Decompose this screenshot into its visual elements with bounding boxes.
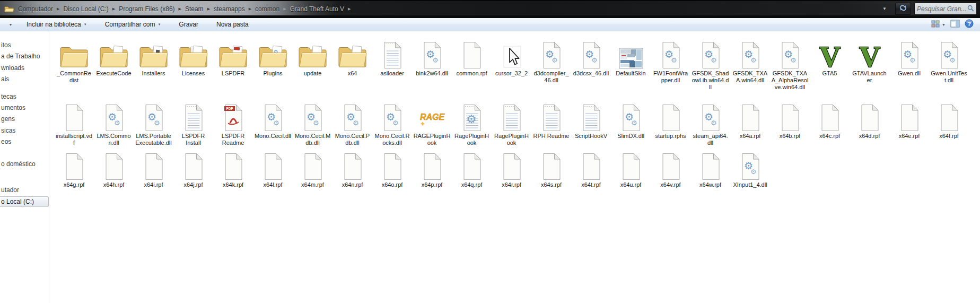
toolbar-button-compartilhar-com[interactable]: Compartilhar com▼ <box>100 19 167 30</box>
file-item[interactable]: ⚙⚙bink2w64.dll <box>412 38 452 91</box>
sidebar-item[interactable]: eos <box>0 136 49 147</box>
file-item[interactable]: x64a.rpf <box>730 101 770 146</box>
file-item[interactable]: ⚙⚙steam_api64.dll <box>690 101 730 146</box>
toolbar-overflow-caret[interactable]: ▼ <box>0 23 21 27</box>
sidebar-item[interactable]: ais <box>0 74 49 84</box>
file-item[interactable]: ⚙⚙d3dcsx_46.dll <box>571 38 611 91</box>
pane-divider[interactable] <box>49 31 49 303</box>
magnifier-icon[interactable] <box>967 4 974 14</box>
file-item[interactable]: _CommonRedist <box>54 38 94 91</box>
file-item[interactable]: ⚙RagePluginHook <box>452 101 492 146</box>
file-item[interactable]: ⚙⚙Mono.Cecil.Mdb.dll <box>293 101 332 146</box>
file-item[interactable]: RAGERAGEPluginHook <box>412 101 452 146</box>
file-item[interactable]: x64b.rpf <box>770 101 810 146</box>
file-item[interactable]: x64l.rpf <box>253 150 293 188</box>
file-item[interactable]: x64h.rpf <box>94 150 134 188</box>
file-item[interactable]: x64w.rpf <box>690 150 730 188</box>
file-item[interactable]: asiloader <box>372 38 412 91</box>
file-item[interactable]: x64r.rpf <box>492 150 531 188</box>
sidebar-item[interactable]: wnloads <box>0 63 49 73</box>
toolbar-button-nova-pasta[interactable]: Nova pasta <box>211 19 254 30</box>
file-item[interactable]: PDFLSPDFR Readme <box>213 101 253 146</box>
file-item[interactable]: ⚙⚙Mono.Cecil.dll <box>253 101 293 146</box>
file-item[interactable]: DefaultSkin <box>611 38 651 91</box>
file-item[interactable]: ⚙⚙Plugins <box>253 38 293 91</box>
file-item[interactable]: ⚙⚙Mono.Cecil.Rocks.dll <box>372 101 412 146</box>
file-item[interactable]: x64p.rpf <box>412 150 452 188</box>
file-item[interactable]: x64t.rpf <box>571 150 611 188</box>
chevron-down-icon[interactable]: ▼ <box>878 1 891 16</box>
file-item[interactable]: VGTAVLauncher <box>850 38 889 91</box>
file-item[interactable]: ⚙⚙SlimDX.dll <box>611 101 651 146</box>
sidebar-item-label: o Local (C:) <box>1 198 34 205</box>
file-item[interactable]: ⚙⚙FW1FontWrapper.dll <box>651 38 690 91</box>
file-item[interactable]: x64u.rpf <box>611 150 651 188</box>
file-item[interactable]: RPH Readme <box>531 101 571 146</box>
file-item[interactable]: ⚙⚙d3dcompiler_46.dll <box>531 38 571 91</box>
sidebar-item[interactable]: itos <box>0 40 49 50</box>
file-item[interactable]: ExecuteCode <box>94 38 134 91</box>
breadcrumb-segment[interactable]: Computador <box>16 5 55 13</box>
preview-pane-button[interactable] <box>950 20 960 30</box>
file-item[interactable]: x64q.rpf <box>452 150 492 188</box>
file-name: Mono.Cecil.dll <box>255 133 292 140</box>
breadcrumb-segment[interactable]: common <box>253 5 282 13</box>
breadcrumb-segment[interactable]: steamapps <box>212 5 247 13</box>
refresh-button[interactable] <box>895 3 911 15</box>
file-item[interactable]: Installers <box>134 38 173 91</box>
file-item[interactable]: ⚙⚙Gwen.dll <box>889 38 929 91</box>
file-item[interactable]: ⚙⚙Mono.Cecil.Pdb.dll <box>332 101 372 146</box>
file-item[interactable]: common.rpf <box>452 38 492 91</box>
file-item[interactable]: x64j.rpf <box>173 150 213 188</box>
file-item[interactable]: x64s.rpf <box>531 150 571 188</box>
file-item[interactable]: ⚙⚙GFSDK_ShadowLib.win64.dll <box>690 38 730 91</box>
file-item[interactable]: Licenses <box>173 38 213 91</box>
file-item[interactable]: x64i.rpf <box>134 150 173 188</box>
sidebar-item[interactable]: sicas <box>0 125 49 136</box>
toolbar-button-incluir-na-biblioteca[interactable]: Incluir na biblioteca▼ <box>21 19 92 30</box>
sidebar-item[interactable]: a de Trabalho <box>0 51 49 62</box>
sidebar-item[interactable]: o Local (C:) <box>0 196 49 207</box>
file-item[interactable]: x64f.rpf <box>929 101 969 146</box>
file-item[interactable]: x64g.rpf <box>54 150 94 188</box>
file-item[interactable]: ⚙⚙GFSDK_TXAA.win64.dll <box>730 38 770 91</box>
file-item[interactable]: x64c.rpf <box>810 101 850 146</box>
doc-blank-icon <box>461 38 483 69</box>
search-input[interactable] <box>917 5 967 13</box>
file-item[interactable]: ⚙⚙GFSDK_TXAA_AlphaResolve.win64.dll <box>770 38 810 91</box>
breadcrumb-segment[interactable]: Grand Theft Auto V <box>288 5 347 13</box>
file-item[interactable]: x64m.rpf <box>293 150 332 188</box>
breadcrumb-segment[interactable]: Steam <box>183 5 206 13</box>
file-item[interactable]: ScriptHookV <box>571 101 611 146</box>
file-item[interactable]: RagePluginHook <box>492 101 531 146</box>
file-item[interactable]: cursor_32_2 <box>492 38 531 91</box>
file-item[interactable]: x64o.rpf <box>372 150 412 188</box>
file-item[interactable]: startup.rphs <box>651 101 690 146</box>
file-item[interactable]: ⚙⚙LMS.PortableExecutable.dll <box>134 101 173 146</box>
file-item[interactable]: x64 <box>332 38 372 91</box>
sidebar-item[interactable]: tecas <box>0 91 49 102</box>
file-item[interactable]: ⚙⚙Gwen.UnitTest.dll <box>929 38 969 91</box>
file-item[interactable]: ⚙⚙XInput1_4.dll <box>730 150 770 188</box>
views-button[interactable]: ▼ <box>931 20 946 30</box>
file-item[interactable]: x64e.rpf <box>889 101 929 146</box>
sidebar-item[interactable]: utador <box>0 185 49 195</box>
breadcrumb-segment[interactable]: Program Files (x86) <box>117 5 177 13</box>
file-item[interactable]: LSPDFR Install <box>173 101 213 146</box>
file-item[interactable]: VGTA5 <box>810 38 850 91</box>
file-item[interactable]: installscript.vdf <box>54 101 94 146</box>
file-item[interactable]: x64k.rpf <box>213 150 253 188</box>
sidebar-item[interactable]: o doméstico <box>0 159 49 169</box>
sidebar-item[interactable]: umentos <box>0 102 49 113</box>
sidebar-item[interactable]: gens <box>0 114 49 124</box>
file-item[interactable]: LSPDFR <box>213 38 253 91</box>
file-item[interactable]: x64n.rpf <box>332 150 372 188</box>
breadcrumb-segment[interactable]: Disco Local (C:) <box>61 5 110 13</box>
file-item[interactable]: ⚙⚙LMS.Common.dll <box>94 101 134 146</box>
file-item[interactable]: update <box>293 38 332 91</box>
file-item[interactable]: x64d.rpf <box>850 101 889 146</box>
file-item[interactable]: x64v.rpf <box>651 150 690 188</box>
help-button[interactable]: ? <box>965 19 974 30</box>
toolbar-button-gravar[interactable]: Gravar <box>173 19 204 30</box>
file-name: x64t.rpf <box>573 181 610 188</box>
